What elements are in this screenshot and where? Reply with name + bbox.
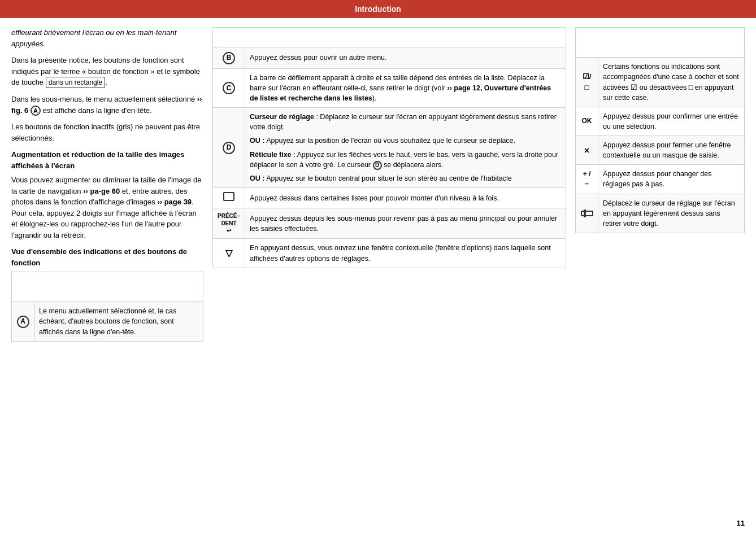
table-row: D Curseur de réglage : Déplacez le curse… bbox=[213, 108, 566, 188]
para-1: Vous pouvez augmenter ou diminuer la tai… bbox=[11, 174, 203, 241]
table-row: Déplacez le curseur de réglage sur l'écr… bbox=[576, 194, 745, 233]
icon-cell-a: A bbox=[12, 302, 34, 341]
table-row: ▽ En appuyant dessus, vous ouvrez une fe… bbox=[213, 239, 566, 268]
page-number: 11 bbox=[737, 519, 745, 527]
left-column: effleurant brièvement l'écran ou en les … bbox=[11, 27, 203, 507]
rect-label: dans un rectangle bbox=[46, 77, 105, 88]
heading-2: Vue d'ensemble des indications et des bo… bbox=[11, 246, 203, 268]
row-triangle-text: En appuyant dessus, vous ouvrez une fenê… bbox=[245, 239, 566, 268]
table-row: ☑/□ Certains fonctions ou indications so… bbox=[576, 58, 745, 107]
heading-1: Augmentation et réduction de la taille d… bbox=[11, 149, 203, 171]
right-table-header: Indications et boutons de fonction : uti… bbox=[576, 28, 745, 58]
table-row: C La barre de défilement apparaît à droi… bbox=[213, 68, 566, 107]
small-func-table: Indications et boutons de fonction : uti… bbox=[11, 272, 203, 342]
page-header: Introduction bbox=[0, 0, 756, 18]
row-slider-text: Déplacez le curseur de réglage sur l'écr… bbox=[598, 194, 745, 233]
row-x-text: Appuyez dessus pour fermer une fenêtre c… bbox=[598, 136, 745, 165]
icon-cell-x: × bbox=[576, 136, 598, 165]
icon-cell-slider bbox=[576, 194, 598, 233]
middle-table-header: Indications et boutons de fonction : uti… bbox=[213, 28, 566, 47]
intro-para-2: Dans la présente notice, les boutons de … bbox=[11, 55, 203, 88]
table-row: A Le menu actuellement sélectionné et, l… bbox=[12, 302, 203, 341]
small-table-header: Indications et boutons de fonction : uti… bbox=[12, 272, 203, 302]
icon-cell-prev: PRÉCÉ–DENT↩ bbox=[213, 208, 245, 239]
bottom-bar: 11 bbox=[0, 516, 756, 533]
d-icon: D bbox=[223, 142, 235, 154]
row-ok-text: Appuyez dessus pour confirmer une entrée… bbox=[598, 107, 745, 136]
icon-cell-c: C bbox=[213, 68, 245, 107]
table-row: PRÉCÉ–DENT↩ Appuyez dessus depuis les so… bbox=[213, 208, 566, 239]
intro-para-3: Dans les sous-menus, le menu actuellemen… bbox=[11, 94, 203, 116]
slider-icon bbox=[581, 211, 593, 216]
page-title: Introduction bbox=[355, 5, 401, 14]
icon-cell-rect bbox=[213, 188, 245, 208]
b-icon: B bbox=[223, 52, 235, 64]
table-row: × Appuyez dessus pour fermer une fenêtre… bbox=[576, 136, 745, 165]
row-plusminus-text: Appuyez dessus pour changer des réglages… bbox=[598, 165, 745, 194]
intro-para-1: effleurant brièvement l'écran ou en les … bbox=[11, 27, 203, 49]
icon-cell-checkbox: ☑/□ bbox=[576, 58, 598, 107]
main-content: effleurant brièvement l'écran ou en les … bbox=[0, 18, 756, 516]
middle-func-table: Indications et boutons de fonction : uti… bbox=[212, 27, 566, 268]
table-row: OK Appuyez dessus pour confirmer une ent… bbox=[576, 107, 745, 136]
a-icon: A bbox=[17, 316, 29, 328]
right-func-table: Indications et boutons de fonction : uti… bbox=[575, 27, 745, 233]
table-row: + / – Appuyez dessus pour changer des ré… bbox=[576, 165, 745, 194]
c-icon: C bbox=[223, 82, 235, 94]
rect-icon bbox=[223, 192, 234, 201]
row-c-text: La barre de défilement apparaît à droite… bbox=[245, 68, 566, 107]
intro-para-4: Les boutons de fonction inactifs (gris) … bbox=[11, 121, 203, 143]
row-d-text: Curseur de réglage : Déplacez le curseur… bbox=[245, 108, 566, 188]
icon-cell-plusminus: + / – bbox=[576, 165, 598, 194]
icon-cell-triangle: ▽ bbox=[213, 239, 245, 268]
right-column: Indications et boutons de fonction : uti… bbox=[575, 27, 745, 507]
triangle-down-icon: ▽ bbox=[225, 248, 232, 258]
row-checkbox-text: Certains fonctions ou indications sont a… bbox=[598, 58, 745, 107]
icon-cell-d: D bbox=[213, 108, 245, 188]
intro-italic: effleurant brièvement l'écran ou en les … bbox=[11, 28, 176, 48]
row-b-text: Appuyez dessus pour ouvrir un autre menu… bbox=[245, 47, 566, 69]
middle-column: Indications et boutons de fonction : uti… bbox=[212, 27, 566, 507]
row-prev-text: Appuyez dessus depuis les sous-menus pou… bbox=[245, 208, 566, 239]
table-row: B Appuyez dessus pour ouvrir un autre me… bbox=[213, 47, 566, 69]
table-row: Appuyez dessus dans certaines listes pou… bbox=[213, 188, 566, 208]
icon-cell-b: B bbox=[213, 47, 245, 69]
row-a-text: Le menu actuellement sélectionné et, le … bbox=[34, 302, 203, 341]
icon-cell-ok: OK bbox=[576, 107, 598, 136]
row-rect-text: Appuyez dessus dans certaines listes pou… bbox=[245, 188, 566, 208]
